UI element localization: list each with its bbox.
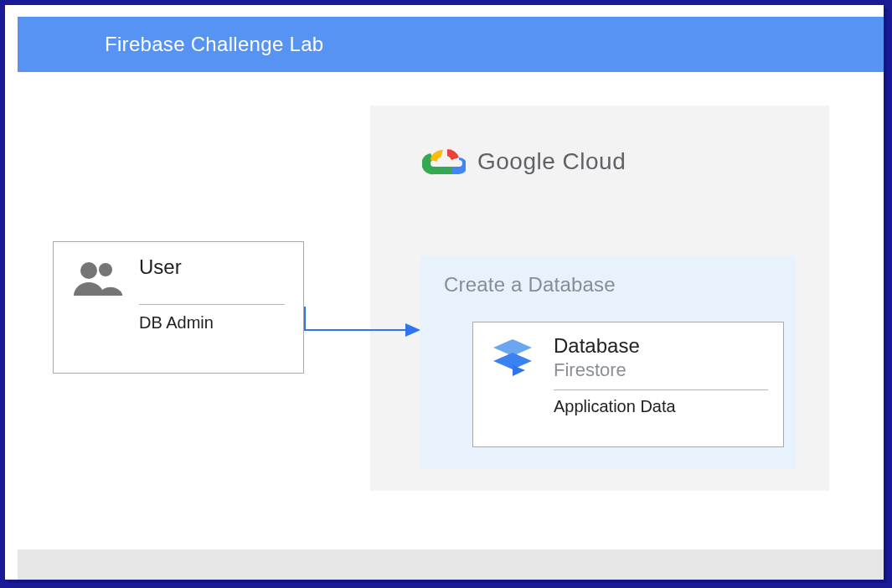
user-card: User DB Admin (53, 241, 304, 374)
footer-bar (18, 549, 884, 580)
top-margin (5, 5, 884, 17)
firestore-icon (488, 338, 537, 386)
arrow-icon (303, 305, 422, 338)
google-cloud-label: Google Cloud (477, 148, 626, 175)
diagram-page: Firebase Challenge Lab Google Cloud Cre (5, 5, 884, 580)
user-description: DB Admin (139, 313, 285, 333)
divider (139, 304, 285, 305)
database-title: Database (554, 334, 768, 358)
svg-marker-5 (405, 323, 420, 337)
create-database-title: Create a Database (420, 256, 796, 297)
google-cloud-logo-row: Google Cloud (422, 144, 829, 179)
database-description: Application Data (554, 397, 768, 416)
database-card: Database Firestore Application Data (472, 322, 784, 447)
user-card-texts: User DB Admin (139, 255, 285, 333)
divider (554, 389, 768, 390)
google-cloud-zone: Google Cloud Create a Database Database (370, 106, 829, 491)
create-database-zone: Create a Database Database Firestore (420, 256, 796, 469)
header-bar: Firebase Challenge Lab (18, 17, 884, 72)
user-title: User (139, 255, 285, 279)
svg-point-3 (80, 262, 97, 279)
database-card-texts: Database Firestore Application Data (554, 334, 768, 416)
database-subtitle: Firestore (554, 359, 768, 381)
svg-point-4 (99, 263, 112, 276)
google-cloud-icon (422, 144, 466, 179)
svg-marker-2 (513, 365, 525, 376)
diagram-canvas: Google Cloud Create a Database Database (5, 72, 884, 580)
header-title: Firebase Challenge Lab (105, 33, 323, 56)
users-icon (72, 259, 124, 299)
